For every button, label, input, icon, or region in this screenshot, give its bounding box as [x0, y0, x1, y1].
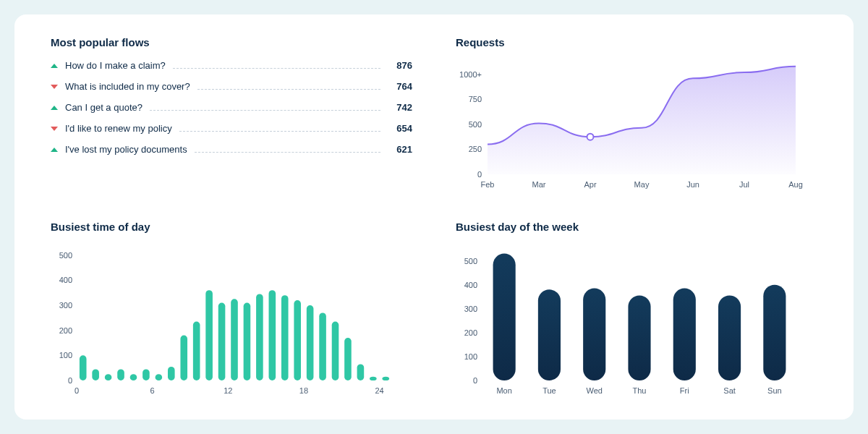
svg-rect-24	[80, 355, 87, 380]
busiest-time-chart: 010020030040050006121824	[51, 244, 412, 405]
flow-count: 654	[388, 123, 412, 134]
svg-rect-33	[193, 322, 200, 380]
requests-title: Requests	[456, 36, 817, 48]
svg-text:Feb: Feb	[481, 180, 495, 189]
svg-rect-31	[168, 367, 175, 380]
svg-rect-59	[583, 289, 605, 380]
svg-text:750: 750	[469, 95, 482, 103]
trend-down-icon	[51, 85, 58, 89]
svg-rect-67	[763, 285, 786, 380]
requests-chart: 02505007501000+FebMarAprMayJunJulAug	[456, 60, 817, 199]
svg-point-12	[587, 134, 594, 140]
svg-text:Sun: Sun	[767, 386, 782, 395]
svg-text:Sat: Sat	[723, 386, 736, 395]
svg-text:Mar: Mar	[532, 180, 546, 189]
svg-text:May: May	[634, 180, 650, 189]
busiest-day-panel: Busiest day of the week 0100200300400500…	[456, 221, 817, 405]
svg-rect-36	[231, 299, 238, 380]
svg-text:0: 0	[473, 376, 477, 385]
svg-rect-41	[294, 300, 301, 380]
svg-text:500: 500	[464, 257, 477, 265]
flow-leader	[150, 110, 380, 111]
svg-text:Tue: Tue	[542, 386, 556, 395]
dashboard-card: Most popular flows How do I make a claim…	[14, 14, 854, 420]
svg-rect-47	[370, 377, 377, 380]
svg-rect-32	[180, 336, 187, 380]
svg-rect-38	[256, 294, 263, 380]
svg-text:0: 0	[68, 376, 72, 385]
svg-text:6: 6	[150, 386, 155, 395]
flow-leader	[173, 68, 380, 69]
svg-rect-29	[142, 369, 150, 380]
svg-rect-42	[307, 305, 314, 380]
flow-label: I'd like to renew my policy	[65, 123, 172, 134]
popular-flows-panel: Most popular flows How do I make a claim…	[51, 36, 412, 199]
svg-text:0: 0	[477, 170, 482, 179]
flow-leader	[179, 131, 380, 132]
svg-text:12: 12	[224, 386, 232, 395]
svg-text:24: 24	[375, 386, 383, 395]
flow-row: I'd like to renew my policy654	[51, 123, 412, 134]
svg-rect-61	[628, 296, 650, 380]
flow-row: I've lost my policy documents621	[51, 144, 412, 155]
flow-count: 764	[388, 81, 412, 92]
busiest-day-title: Busiest day of the week	[456, 221, 817, 233]
svg-text:100: 100	[464, 352, 477, 361]
svg-text:500: 500	[59, 251, 72, 260]
svg-rect-37	[244, 303, 251, 380]
svg-rect-57	[538, 289, 561, 380]
svg-text:Apr: Apr	[584, 180, 596, 189]
svg-rect-35	[218, 303, 226, 380]
svg-text:1000+: 1000+	[459, 70, 482, 79]
svg-rect-40	[281, 295, 289, 380]
svg-rect-44	[332, 322, 339, 380]
trend-up-icon	[51, 148, 58, 152]
svg-text:0: 0	[75, 386, 79, 395]
svg-text:100: 100	[59, 351, 72, 359]
trend-up-icon	[51, 64, 58, 68]
svg-text:Wed: Wed	[587, 386, 603, 395]
svg-rect-43	[319, 312, 326, 380]
svg-text:200: 200	[464, 328, 477, 337]
svg-rect-48	[382, 377, 389, 380]
svg-text:Jun: Jun	[686, 180, 699, 189]
flow-leader	[195, 152, 380, 153]
flow-list: How do I make a claim?876What is include…	[51, 60, 412, 155]
svg-text:300: 300	[464, 305, 477, 313]
svg-rect-55	[493, 254, 516, 380]
svg-text:Aug: Aug	[788, 180, 803, 189]
flow-count: 742	[388, 102, 412, 113]
svg-rect-39	[269, 290, 276, 380]
flow-label: I've lost my policy documents	[65, 144, 187, 155]
svg-text:Mon: Mon	[496, 386, 511, 395]
flow-count: 876	[388, 60, 412, 71]
svg-rect-34	[205, 290, 213, 380]
flow-leader	[197, 89, 380, 90]
requests-panel: Requests 02505007501000+FebMarAprMayJunJ…	[456, 36, 817, 199]
svg-text:200: 200	[59, 326, 72, 335]
svg-text:500: 500	[469, 120, 482, 129]
flow-row: Can I get a quote?742	[51, 102, 412, 113]
svg-rect-45	[344, 338, 352, 380]
flow-label: How do I make a claim?	[65, 60, 166, 71]
svg-rect-25	[92, 369, 99, 380]
svg-rect-65	[718, 296, 741, 380]
svg-text:Fri: Fri	[680, 386, 689, 395]
busiest-day-chart: 0100200300400500MonTueWedThuFriSatSun	[456, 244, 817, 405]
svg-text:18: 18	[299, 386, 308, 395]
flow-count: 621	[388, 144, 412, 155]
flow-label: Can I get a quote?	[65, 102, 142, 113]
svg-rect-27	[117, 369, 124, 380]
svg-text:Jul: Jul	[739, 180, 749, 189]
flow-row: What is included in my cover?764	[51, 81, 412, 92]
popular-flows-title: Most popular flows	[51, 36, 412, 48]
trend-down-icon	[51, 127, 58, 131]
svg-text:Thu: Thu	[633, 386, 647, 395]
svg-text:400: 400	[59, 276, 72, 284]
svg-rect-30	[156, 374, 163, 380]
svg-text:400: 400	[464, 281, 477, 289]
svg-text:250: 250	[469, 145, 482, 153]
svg-rect-46	[357, 364, 365, 380]
busiest-time-panel: Busiest time of day 01002003004005000612…	[51, 221, 412, 405]
trend-up-icon	[51, 106, 58, 110]
